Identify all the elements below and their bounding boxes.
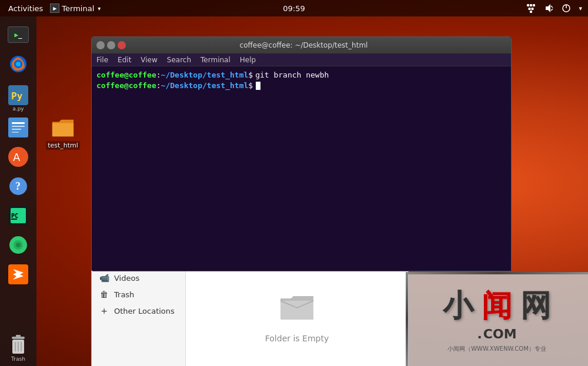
folder-empty-icon	[278, 291, 316, 327]
watermark-com: COM	[483, 327, 517, 341]
svg-line-7	[551, 6, 553, 8]
add-location-icon: +	[99, 306, 109, 315]
activities-button[interactable]: Activities	[6, 4, 45, 13]
watermark-dot: .	[477, 327, 482, 341]
dock-item-trash[interactable]: Trash	[5, 334, 32, 361]
svg-rect-20	[12, 132, 19, 133]
watermark-char-3: 网	[520, 288, 551, 323]
dock-item-python[interactable]: Py a.py	[5, 85, 32, 112]
watermark-url-text: 小闻网（WWW.XWENW.COM）专业	[447, 345, 546, 353]
maximize-button[interactable]	[107, 41, 115, 49]
cursor	[256, 82, 260, 90]
menu-file[interactable]: File	[96, 56, 108, 64]
filemanager-sidebar: 📹 Videos 🗑 Trash + Other Locations	[92, 265, 186, 366]
minimize-button[interactable]	[96, 41, 105, 49]
pycharm-icon: PC	[8, 205, 29, 226]
prompt-dollar-2: $	[248, 80, 253, 91]
panel-right: ▾	[526, 3, 582, 14]
panel-arrow[interactable]: ▾	[579, 5, 582, 12]
dock-item-pycharm[interactable]: PC	[5, 202, 32, 229]
watermark-char-1: 小	[443, 288, 473, 323]
sidebar-item-videos[interactable]: 📹 Videos	[92, 270, 185, 286]
videos-icon: 📹	[99, 273, 109, 283]
firefox-icon	[8, 53, 29, 75]
folder-empty-text: Folder is Empty	[265, 334, 329, 343]
terminal-titlebar: coffee@coffee: ~/Desktop/test_html	[92, 37, 511, 53]
watermark-text-group: 小 闻 网	[443, 286, 552, 327]
watermark-overlay: 小 闻 网 . COM 小闻网（WWW.XWENW.COM）专业	[406, 272, 588, 366]
prompt-sep-1: :	[156, 70, 161, 80]
filemanager-main: Folder is Empty	[186, 265, 408, 366]
power-icon[interactable]	[561, 3, 572, 14]
sublime-icon	[8, 264, 29, 285]
menu-view[interactable]: View	[141, 56, 157, 64]
svg-rect-35	[16, 335, 21, 337]
help-icon: ?	[8, 176, 29, 197]
prompt-path-1: ~/Desktop/test_html	[161, 70, 249, 80]
test-html-folder-icon	[51, 116, 75, 140]
svg-rect-5	[530, 11, 532, 13]
dock-item-sublime[interactable]	[5, 261, 32, 288]
prompt-user-1: coffee@coffee	[96, 70, 156, 80]
terminal-window: coffee@coffee: ~/Desktop/test_html File …	[91, 36, 512, 271]
dock-item-atom[interactable]	[5, 231, 32, 258]
svg-rect-4	[532, 8, 534, 10]
dock-item-help[interactable]: ?	[5, 173, 32, 200]
watermark-url-line: 小闻网（WWW.XWENW.COM）专业	[447, 345, 546, 353]
terminal-menu-icon: ▶	[50, 4, 59, 13]
svg-point-13	[16, 62, 21, 66]
window-buttons	[96, 41, 126, 49]
svg-rect-18	[12, 126, 25, 127]
dock-item-terminal[interactable]: ▶_	[5, 21, 32, 48]
ubuntu-software-icon: A	[8, 146, 29, 167]
watermark-border-left	[406, 272, 408, 366]
volume-icon[interactable]	[543, 3, 554, 14]
svg-rect-19	[12, 129, 21, 130]
network-icon[interactable]	[526, 3, 536, 14]
trash-sidebar-label: Trash	[114, 290, 134, 299]
terminal-line-2: coffee@coffee : ~/Desktop/test_html $	[96, 80, 506, 91]
menu-search[interactable]: Search	[167, 56, 191, 64]
filemanager-window: 📹 Videos 🗑 Trash + Other Locations Folde…	[91, 264, 409, 366]
test-html-label: test_html	[46, 141, 80, 150]
svg-rect-2	[533, 4, 535, 6]
svg-point-31	[16, 243, 21, 247]
trash-dock-icon	[8, 334, 29, 355]
menu-terminal[interactable]: Terminal	[201, 56, 230, 64]
python-icon: Py	[8, 85, 29, 105]
panel-left: Activities ▶ Terminal ▾	[6, 4, 101, 13]
fm-trash-icon: 🗑	[99, 290, 109, 299]
prompt-path-2: ~/Desktop/test_html	[161, 80, 249, 91]
texteditor-icon	[8, 117, 29, 138]
menu-help[interactable]: Help	[240, 56, 256, 64]
svg-text:A: A	[13, 151, 21, 163]
sidebar-item-other-locations[interactable]: + Other Locations	[92, 303, 185, 319]
svg-line-8	[551, 9, 553, 11]
python-label: a.py	[12, 106, 24, 112]
dock-item-firefox[interactable]	[5, 51, 32, 78]
svg-text:PC: PC	[11, 213, 18, 219]
prompt-sep-2: :	[156, 80, 161, 91]
svg-marker-6	[546, 4, 550, 12]
close-button[interactable]	[118, 41, 126, 49]
terminal-menu-arrow: ▾	[98, 5, 101, 12]
svg-text:Py: Py	[11, 90, 23, 102]
other-locations-label: Other Locations	[114, 307, 175, 315]
prompt-dollar-1: $	[248, 70, 253, 80]
svg-rect-3	[529, 8, 531, 10]
atom-icon	[8, 234, 29, 256]
dock: ▶_ Py a.py	[0, 16, 36, 366]
dock-item-texteditor[interactable]	[5, 114, 32, 141]
panel-clock: 09:59	[283, 4, 305, 13]
terminal-line-1: coffee@coffee : ~/Desktop/test_html $ gi…	[96, 70, 506, 80]
desktop-icon-test-html[interactable]: test_html	[44, 116, 82, 150]
terminal-app-menu[interactable]: ▶ Terminal ▾	[50, 4, 101, 13]
sidebar-item-trash[interactable]: 🗑 Trash	[92, 286, 185, 303]
menu-edit[interactable]: Edit	[118, 56, 131, 64]
dock-item-ubuntu-software[interactable]: A	[5, 143, 32, 170]
watermark-char-2: 闻	[482, 288, 512, 323]
terminal-dock-icon: ▶_	[8, 26, 29, 43]
svg-text:?: ?	[15, 180, 21, 192]
terminal-body[interactable]: coffee@coffee : ~/Desktop/test_html $ gi…	[92, 66, 511, 271]
watermark-sub-group: . COM	[477, 327, 516, 341]
